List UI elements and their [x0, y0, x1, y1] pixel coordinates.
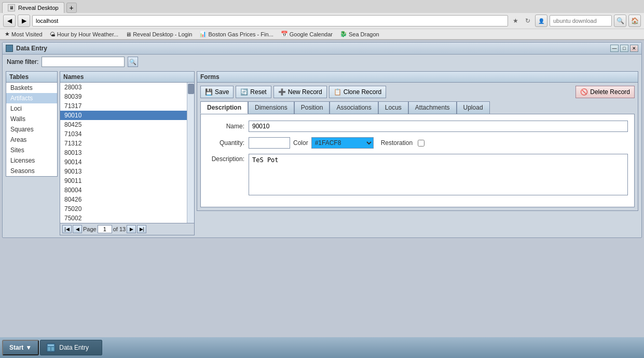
table-item-walls[interactable]: Walls	[6, 114, 57, 124]
start-arrow-icon: ▼	[25, 344, 32, 351]
tab-dimensions[interactable]: Dimensions	[248, 101, 294, 114]
bookmark-gcal[interactable]: 📅 Google Calendar	[279, 30, 334, 38]
taskbar-app-item[interactable]: Data Entry	[40, 340, 102, 355]
list-item[interactable]: 28003	[60, 83, 187, 92]
tab-associations[interactable]: Associations	[330, 101, 378, 114]
names-panel: Names 28003 80039 71317 90010 80425 7103…	[60, 71, 195, 235]
name-field[interactable]	[249, 121, 628, 132]
add-tab-button[interactable]: +	[66, 3, 77, 13]
start-button[interactable]: Start ▼	[2, 340, 39, 355]
tables-panel: Tables Baskets Artifacts Loci Walls Squa…	[6, 71, 58, 235]
table-item-licenses[interactable]: Licenses	[6, 155, 57, 166]
bookmark-most-visited[interactable]: ★ Most Visited	[3, 30, 44, 38]
table-item-squares[interactable]: Squares	[6, 124, 57, 135]
user-icon[interactable]: 👤	[535, 15, 547, 27]
bookmark-seadragon[interactable]: 🐉 Sea Dragon	[338, 30, 381, 38]
forms-toolbar: 💾 Save 🔄 Reset ➕ New Record 📋 Clone Reco…	[200, 86, 635, 98]
bookmark-star-icon[interactable]: ★	[510, 16, 520, 26]
restoration-label: Restoration	[381, 139, 413, 147]
description-row: Description: TeS Pot	[207, 154, 628, 195]
name-row: Name:	[207, 121, 628, 132]
list-item[interactable]: 90013	[60, 167, 187, 176]
page-number-input[interactable]	[98, 225, 112, 233]
list-item[interactable]: 71317	[60, 101, 187, 111]
filter-search-button[interactable]: 🔍	[128, 57, 138, 67]
url-input[interactable]	[32, 15, 508, 26]
prev-page-button[interactable]: ◀	[73, 225, 82, 233]
list-item[interactable]: 80425	[60, 120, 187, 129]
back-button[interactable]: ◀	[3, 15, 16, 27]
app-titlebar: Data Entry — □ ✕	[3, 43, 641, 55]
quantity-field[interactable]	[249, 137, 290, 149]
table-item-artifacts[interactable]: Artifacts	[6, 93, 57, 103]
list-item[interactable]: 80004	[60, 185, 187, 195]
table-item-seasons[interactable]: Seasons	[6, 166, 57, 176]
taskbar-app-icon	[46, 342, 56, 353]
browser-chrome: 🖥 Reveal Desktop + ◀ ▶ ★ ↻ 👤 🔍 🏠 ★ Most …	[0, 0, 644, 40]
scrollbar[interactable]	[187, 83, 194, 223]
table-item-areas[interactable]: Areas	[6, 135, 57, 145]
description-field-label: Description:	[207, 154, 249, 163]
list-item[interactable]: 71312	[60, 139, 187, 148]
list-item[interactable]: 75020	[60, 204, 187, 214]
next-page-button[interactable]: ▶	[127, 225, 136, 233]
refresh-icon[interactable]: ↻	[523, 16, 533, 26]
browser-search-input[interactable]	[550, 15, 612, 26]
taskbar-app-label: Data Entry	[59, 344, 89, 351]
forms-panel: Forms 💾 Save 🔄 Reset ➕ New Record	[197, 71, 638, 235]
names-header: Names	[60, 71, 195, 82]
table-item-baskets[interactable]: Baskets	[6, 83, 57, 93]
name-filter-input[interactable]	[42, 57, 125, 67]
address-bar	[32, 15, 508, 26]
list-item[interactable]: 90014	[60, 157, 187, 167]
tab-attachments[interactable]: Attachments	[408, 101, 457, 114]
table-item-loci[interactable]: Loci	[6, 103, 57, 114]
list-item-selected[interactable]: 90010	[60, 111, 187, 120]
list-item[interactable]: 75002	[60, 214, 187, 223]
scrollbar-thumb[interactable]	[188, 84, 194, 94]
bookmark-weather[interactable]: 🌤 Hour by Hour Weather...	[48, 31, 120, 38]
home-button[interactable]: 🏠	[628, 15, 641, 27]
tab-upload[interactable]: Upload	[457, 101, 490, 114]
list-item[interactable]: 80426	[60, 195, 187, 204]
tables-header: Tables	[6, 71, 58, 82]
save-button[interactable]: 💾 Save	[200, 86, 234, 98]
reset-button[interactable]: 🔄 Reset	[236, 86, 271, 98]
browser-tab[interactable]: 🖥 Reveal Desktop	[2, 2, 64, 13]
names-list: 28003 80039 71317 90010 80425 71034 7131…	[60, 83, 194, 223]
forward-button[interactable]: ▶	[18, 15, 30, 27]
tab-locus[interactable]: Locus	[378, 101, 408, 114]
list-item[interactable]: 90011	[60, 176, 187, 185]
bookmark-reveal[interactable]: 🖥 Reveal Desktop - Login	[124, 31, 194, 38]
taskbar: Start ▼ Data Entry	[0, 337, 644, 358]
new-record-button[interactable]: ➕ New Record	[273, 86, 327, 98]
search-button[interactable]: 🔍	[614, 15, 626, 27]
minimize-button[interactable]: —	[610, 45, 619, 52]
maximize-button[interactable]: □	[620, 45, 628, 52]
table-item-sites[interactable]: Sites	[6, 145, 57, 155]
close-button[interactable]: ✕	[630, 45, 638, 52]
description-field[interactable]: TeS Pot	[249, 154, 628, 195]
tables-list: Baskets Artifacts Loci Walls Squares Are…	[6, 82, 58, 177]
list-item[interactable]: 80039	[60, 92, 187, 101]
app-title: Data Entry	[16, 45, 47, 52]
svg-rect-3	[51, 347, 54, 351]
list-item[interactable]: 80013	[60, 148, 187, 157]
clone-record-button[interactable]: 📋 Clone Record	[329, 86, 386, 98]
delete-record-icon: 🚫	[580, 88, 588, 96]
name-field-label: Name:	[207, 123, 249, 130]
tab-description[interactable]: Description	[200, 101, 248, 114]
list-item[interactable]: 71034	[60, 129, 187, 139]
restoration-checkbox[interactable]	[418, 140, 424, 147]
delete-record-button[interactable]: 🚫 Delete Record	[576, 86, 635, 98]
nav-bar: ◀ ▶ ★ ↻ 👤 🔍 🏠	[0, 13, 644, 29]
color-select[interactable]: #1FACF8	[311, 137, 374, 149]
bookmark-gas[interactable]: 📊 Boston Gas Prices - Fin...	[198, 30, 275, 38]
last-page-button[interactable]: ▶|	[137, 225, 146, 233]
first-page-button[interactable]: |◀	[62, 225, 72, 233]
app-window: Data Entry — □ ✕ Name filter: 🔍 Tables B…	[2, 42, 642, 238]
tab-position[interactable]: Position	[294, 101, 330, 114]
filter-bar: Name filter: 🔍	[3, 55, 641, 69]
quantity-group: Color #1FACF8 Restoration	[249, 137, 424, 149]
quantity-row: Quantity: Color #1FACF8 Restoration	[207, 137, 628, 149]
